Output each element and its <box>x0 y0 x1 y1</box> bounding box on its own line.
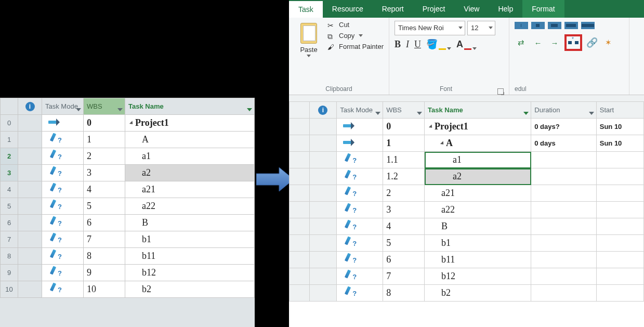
task-name-cell[interactable]: B <box>425 218 531 235</box>
info-cell[interactable] <box>309 285 336 302</box>
start-cell[interactable] <box>596 202 643 218</box>
row-number[interactable] <box>290 152 310 168</box>
tab-report[interactable]: Report <box>373 0 413 18</box>
tab-format[interactable]: Format <box>522 0 564 18</box>
wbs-cell[interactable]: 3 <box>84 165 125 181</box>
duration-cell[interactable] <box>531 202 596 218</box>
table-row[interactable]: 3a22 <box>290 202 644 218</box>
task-mode-cell[interactable] <box>337 202 383 218</box>
wbs-cell[interactable]: 7 <box>84 231 125 248</box>
row-number[interactable]: 3 <box>1 165 18 181</box>
task-name-cell[interactable]: a22 <box>425 202 531 218</box>
duration-cell[interactable] <box>531 152 596 168</box>
task-mode-cell[interactable] <box>337 135 383 152</box>
start-cell[interactable] <box>596 268 643 285</box>
task-mode-cell[interactable] <box>337 119 383 135</box>
chevron-down-icon[interactable] <box>447 47 451 50</box>
chevron-down-icon[interactable] <box>589 112 594 115</box>
table-row[interactable]: 00Project1 <box>1 115 255 132</box>
task-mode-cell[interactable] <box>42 115 84 132</box>
bold-button[interactable]: B <box>395 39 401 50</box>
row-number[interactable]: 0 <box>1 115 18 132</box>
task-name-cell[interactable]: a21 <box>125 181 255 198</box>
row-number[interactable]: 2 <box>1 148 18 165</box>
col-wbs[interactable]: WBS <box>383 102 425 119</box>
start-cell[interactable] <box>596 252 643 268</box>
table-row[interactable]: 11A <box>1 132 255 148</box>
info-cell[interactable] <box>309 168 336 185</box>
table-row[interactable]: 1.1a1 <box>290 152 644 168</box>
table-row[interactable]: 99b12 <box>1 265 255 281</box>
wbs-cell[interactable]: 1.2 <box>383 168 425 185</box>
left-grid[interactable]: i Task Mode WBS Task Name 00Project111A2… <box>0 98 255 298</box>
wbs-cell[interactable]: 1.1 <box>383 152 425 168</box>
font-color-button[interactable]: A <box>456 39 477 50</box>
wbs-cell[interactable]: 4 <box>84 181 125 198</box>
start-cell[interactable]: Sun 10 <box>596 119 643 135</box>
start-cell[interactable] <box>596 168 643 185</box>
info-cell[interactable] <box>18 148 42 165</box>
wbs-cell[interactable]: 1 <box>84 132 125 148</box>
task-name-cell[interactable]: Project1 <box>125 115 255 132</box>
row-number[interactable]: 5 <box>1 198 18 215</box>
chevron-down-icon[interactable] <box>375 112 380 115</box>
table-row[interactable]: 7b12 <box>290 268 644 285</box>
chevron-down-icon[interactable] <box>417 112 422 115</box>
table-row[interactable]: 5b1 <box>290 235 644 252</box>
info-cell[interactable] <box>309 252 336 268</box>
info-cell[interactable] <box>309 135 336 152</box>
row-number[interactable] <box>290 235 310 252</box>
row-number[interactable]: 6 <box>1 215 18 231</box>
table-row[interactable]: 22a1 <box>1 148 255 165</box>
wbs-cell[interactable]: 6 <box>84 215 125 231</box>
row-number[interactable]: 10 <box>1 281 18 298</box>
task-mode-cell[interactable] <box>42 248 84 265</box>
indent-task-button[interactable] <box>564 34 582 51</box>
wbs-cell[interactable]: 0 <box>383 119 425 135</box>
start-cell[interactable] <box>596 185 643 202</box>
col-duration[interactable]: Duration <box>531 102 596 119</box>
duration-cell[interactable] <box>531 168 596 185</box>
info-cell[interactable] <box>18 181 42 198</box>
task-name-cell[interactable]: b2 <box>125 281 255 298</box>
task-name-cell[interactable]: b11 <box>425 252 531 268</box>
start-cell[interactable] <box>596 218 643 235</box>
info-cell[interactable] <box>18 265 42 281</box>
outdent-task-button[interactable]: ← <box>531 36 545 49</box>
info-cell[interactable] <box>18 132 42 148</box>
task-name-cell[interactable]: a2 <box>125 165 255 181</box>
format-painter-button[interactable]: Format Painter <box>327 43 384 50</box>
wbs-cell[interactable]: 9 <box>84 265 125 281</box>
col-wbs[interactable]: WBS <box>84 98 125 115</box>
task-name-cell[interactable]: A <box>125 132 255 148</box>
task-name-cell[interactable]: b12 <box>125 265 255 281</box>
table-row[interactable]: 6b11 <box>290 252 644 268</box>
chevron-down-icon[interactable] <box>307 55 311 57</box>
info-cell[interactable] <box>309 268 336 285</box>
task-mode-cell[interactable] <box>337 168 383 185</box>
task-name-cell[interactable]: b1 <box>425 235 531 252</box>
start-cell[interactable] <box>596 285 643 302</box>
wbs-cell[interactable]: 8 <box>383 285 425 302</box>
info-cell[interactable] <box>309 202 336 218</box>
col-info[interactable]: i <box>309 102 336 119</box>
expand-icon[interactable] <box>440 141 445 146</box>
expand-icon[interactable] <box>129 121 134 125</box>
task-mode-cell[interactable] <box>337 268 383 285</box>
task-name-cell[interactable]: a1 <box>125 148 255 165</box>
pct-100-button[interactable] <box>581 22 595 29</box>
wbs-cell[interactable]: 10 <box>84 281 125 298</box>
chevron-down-icon[interactable] <box>76 108 81 111</box>
table-row[interactable]: 55a22 <box>1 198 255 215</box>
col-task-name[interactable]: Task Name <box>425 102 531 119</box>
right-grid[interactable]: i Task Mode WBS Task Name Duration Start… <box>289 101 644 302</box>
row-number[interactable]: 7 <box>1 231 18 248</box>
underline-button[interactable]: U <box>414 39 421 50</box>
col-info[interactable]: i <box>18 98 42 115</box>
col-start[interactable]: Start <box>596 102 643 119</box>
pct-75-button[interactable] <box>564 22 578 29</box>
duration-cell[interactable] <box>531 268 596 285</box>
table-row[interactable]: 33a2 <box>1 165 255 181</box>
wbs-cell[interactable]: 5 <box>84 198 125 215</box>
task-mode-cell[interactable] <box>337 252 383 268</box>
